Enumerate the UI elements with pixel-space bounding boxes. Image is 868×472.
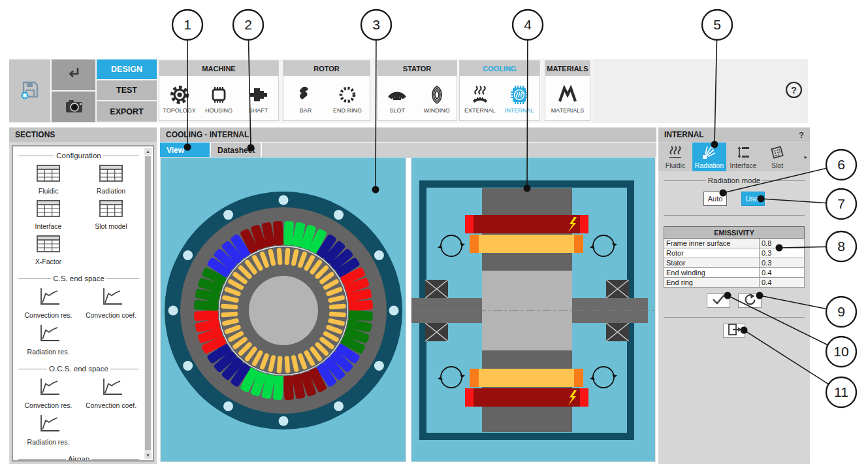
slottab-icon <box>769 145 785 161</box>
save-button[interactable] <box>9 59 50 122</box>
scroll-down-icon[interactable]: ▼ <box>144 452 152 459</box>
ribbon-item-label: WINDING <box>424 107 450 114</box>
section-group-title: O.C.S. end space <box>47 365 110 373</box>
ribbon-item-label: TOPOLOGY <box>163 107 195 114</box>
section-item-label: Interface <box>35 222 62 230</box>
ribbon: DESIGN TEST EXPORT MACHINE TOPOLOGY <box>9 59 808 123</box>
emissivity-row-value[interactable]: 0.4 <box>760 278 805 288</box>
ribbon-group-stator: STATOR SLOT WINDING <box>377 60 457 121</box>
table-row: Stator 0.3 <box>664 258 805 268</box>
export-icon <box>726 322 743 339</box>
section-item-fluidic[interactable]: Fluidic <box>17 163 80 195</box>
ribbon-item-housing[interactable]: HOUSING <box>199 83 238 114</box>
internal-tab-fluidic[interactable]: Fluidic <box>658 143 692 171</box>
fluidic-icon <box>667 145 683 161</box>
tab-view[interactable]: View <box>160 143 211 158</box>
chart-icon <box>98 377 124 400</box>
emissivity-row-value[interactable]: 0.8 <box>760 239 805 248</box>
ribbon-group-title: ROTOR <box>283 61 370 76</box>
internal-tab-radiation[interactable]: Radiation <box>692 143 726 171</box>
ribbon-item-winding[interactable]: WINDING <box>417 83 457 114</box>
radiation-mode-user-button[interactable]: User <box>741 192 765 206</box>
table-row: Frame inner surface 0.8 <box>664 239 805 248</box>
radiation-mode-auto-button[interactable]: Auto <box>703 192 727 206</box>
table-row: Rotor 0.3 <box>664 248 805 258</box>
nav-tab-test[interactable]: TEST <box>97 80 157 100</box>
export-button[interactable] <box>723 324 745 338</box>
panel-help-button[interactable]: ? <box>799 130 804 140</box>
section-item-convection-res-[interactable]: Convection res. <box>17 377 80 409</box>
ribbon-item-label: BAR <box>300 107 312 114</box>
topology-icon <box>169 83 191 107</box>
application-window: DESIGN TEST EXPORT MACHINE TOPOLOGY <box>0 0 868 472</box>
emissivity-row-value[interactable]: 0.3 <box>760 248 805 258</box>
section-item-convection-res-[interactable]: Convection res. <box>17 286 80 319</box>
axial-cross-section-view[interactable] <box>411 157 656 462</box>
svg-text:10: 10 <box>833 344 848 359</box>
section-item-convection-coef-[interactable]: Convection coef. <box>80 377 142 409</box>
ribbon-item-endring[interactable]: END RING <box>328 83 367 114</box>
svg-text:11: 11 <box>834 384 848 399</box>
ribbon-group-title: MACHINE <box>159 61 278 76</box>
ribbon-group-rotor: ROTOR BAR END RING <box>283 60 370 121</box>
svg-text:7: 7 <box>837 196 845 211</box>
radiation-icon <box>701 145 717 161</box>
internal-tab-interface[interactable]: Interface <box>726 143 760 171</box>
nav-tab-export[interactable]: EXPORT <box>97 101 157 122</box>
emissivity-row-value[interactable]: 0.4 <box>760 268 805 278</box>
ribbon-group-title: STATOR <box>378 61 457 76</box>
tab-datasheet[interactable]: Datasheet <box>211 143 262 158</box>
section-item-label: X-Factor <box>35 258 61 265</box>
winding-icon <box>426 83 447 107</box>
section-item-radiation-res-[interactable]: Radiation res. <box>17 413 80 446</box>
section-item-label: Convection res. <box>25 401 72 409</box>
main-area: COOLING - INTERNAL View Datasheet <box>160 127 656 464</box>
radial-cross-section-view[interactable] <box>160 157 406 462</box>
check-icon <box>711 293 726 309</box>
more-tabs-arrow-icon[interactable]: ▸ <box>804 154 810 160</box>
table-icon <box>35 234 61 256</box>
svg-text:6: 6 <box>837 157 845 172</box>
ribbon-item-external[interactable]: EXTERNAL <box>460 83 500 114</box>
svg-text:3: 3 <box>372 17 380 32</box>
section-item-interface[interactable]: Interface <box>17 199 80 230</box>
section-group-separator: Airgap <box>18 455 139 460</box>
ribbon-item-slot[interactable]: SLOT <box>378 83 417 114</box>
scroll-up-icon[interactable]: ▲ <box>144 148 152 155</box>
sections-scrollbar[interactable]: ▲ ▼ <box>144 148 152 459</box>
internal-tab-slot[interactable]: Slot <box>760 143 794 171</box>
chart-icon <box>35 323 61 346</box>
reset-button[interactable] <box>738 294 762 308</box>
internal-tab-strip: Fluidic Radiation Interface Slot▸ <box>658 143 810 171</box>
help-button[interactable]: ? <box>785 81 803 99</box>
ribbon-group-machine: MACHINE TOPOLOGY HOUSING <box>159 60 279 121</box>
ribbon-item-internal[interactable]: INTERNAL <box>500 83 539 114</box>
save-icon <box>19 78 41 103</box>
apply-button[interactable] <box>707 294 730 308</box>
section-item-label: Slot model <box>95 222 127 230</box>
camera-icon <box>63 96 84 118</box>
radiation-settings: Radiation mode Auto User EMISSIVITY Fram… <box>658 171 810 464</box>
import-arrow-icon <box>65 65 83 85</box>
emissivity-row-value[interactable]: 0.3 <box>760 258 805 268</box>
ribbon-item-bar[interactable]: BAR <box>286 83 325 114</box>
import-button[interactable] <box>52 59 95 90</box>
section-item-radiation[interactable]: Radiation <box>80 163 142 195</box>
nav-tab-design[interactable]: DESIGN <box>97 59 157 79</box>
cooling-external-icon <box>468 83 492 107</box>
ribbon-group-title: MATERIALS <box>545 61 590 76</box>
table-icon <box>35 163 61 186</box>
section-item-convection-coef-[interactable]: Convection coef. <box>80 286 142 319</box>
reset-icon <box>743 293 757 309</box>
section-item-x-factor[interactable]: X-Factor <box>17 234 80 265</box>
ribbon-item-materials[interactable]: MATERIALS <box>548 83 587 114</box>
divider <box>664 317 805 318</box>
section-item-slot-model[interactable]: Slot model <box>80 199 142 230</box>
section-item-radiation-res-[interactable]: Radiation res. <box>17 323 80 356</box>
section-group-title: Configuration <box>54 152 103 160</box>
ribbon-item-shaft[interactable]: SHAFT <box>239 83 278 114</box>
scrollbar-thumb[interactable] <box>145 156 151 450</box>
ribbon-item-topology[interactable]: TOPOLOGY <box>160 83 199 114</box>
emissivity-row-label: Frame inner surface <box>664 239 760 248</box>
snapshot-button[interactable] <box>52 92 95 122</box>
